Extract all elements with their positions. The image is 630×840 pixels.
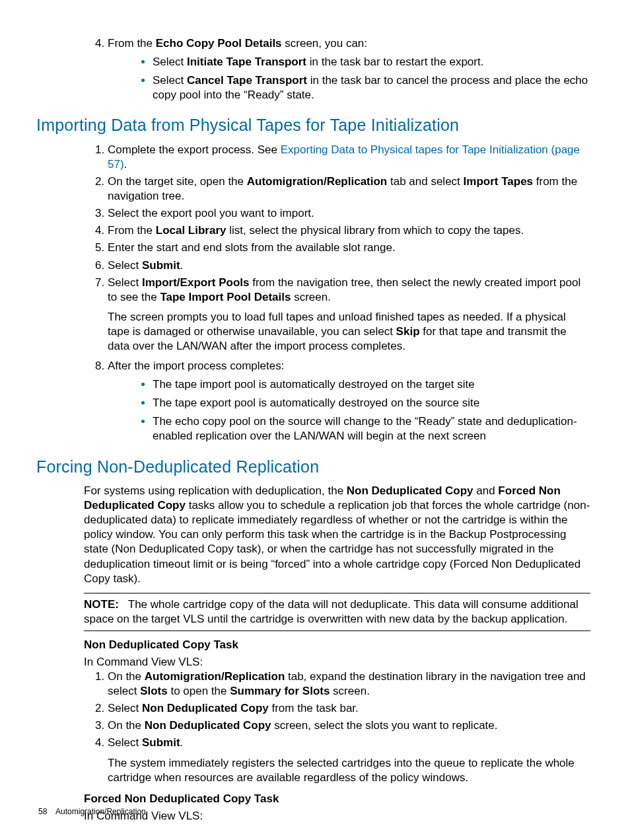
sub-heading-non-dedup: Non Deduplicated Copy Task — [84, 638, 590, 652]
sub-bullets: Select Initiate Tape Transport in the ta… — [108, 55, 590, 102]
bold-text: Initiate Tape Transport — [187, 56, 306, 68]
bold-text: Automigration/Replication — [145, 670, 285, 683]
text: From the — [108, 37, 156, 50]
list-item: After the import process completes: The … — [108, 359, 590, 443]
bold-text: Submit — [142, 259, 180, 272]
bullet-item: The tape export pool is automatically de… — [153, 396, 590, 410]
importing-ordered-list: Complete the export process. See Exporti… — [36, 143, 590, 444]
bold-text: Local Library — [156, 224, 227, 237]
text: Select — [153, 56, 187, 68]
sub-bullets: The tape import pool is automatically de… — [108, 377, 590, 443]
list-item: Select Non Deduplicated Copy from the ta… — [108, 701, 590, 716]
text: list, select the physical library from w… — [227, 224, 524, 237]
bold-text: Tape Import Pool Details — [160, 291, 291, 303]
bold-text: Non Deduplicated Copy — [347, 484, 473, 497]
bold-text: Slots — [140, 685, 168, 697]
text: in the task bar to restart the export. — [306, 56, 483, 68]
text: to open the — [168, 685, 230, 697]
list-item: Select Submit. — [108, 258, 590, 273]
text: . — [180, 736, 184, 749]
bullet-item: The tape import pool is automatically de… — [153, 377, 590, 392]
continued-ordered-list: From the Echo Copy Pool Details screen, … — [36, 36, 590, 102]
text: From the — [108, 224, 156, 237]
text: For systems using replication with dedup… — [84, 484, 347, 497]
non-dedup-ordered-list: On the Automigration/Replication tab, ex… — [36, 669, 590, 785]
bold-text: Import Tapes — [464, 175, 533, 188]
bullet-item: Select Cancel Tape Transport in the task… — [153, 73, 590, 102]
paragraph: The screen prompts you to load full tape… — [108, 310, 590, 354]
list-item: On the target site, open the Automigrati… — [108, 174, 590, 204]
page-footer: 58 Automigration/Replication — [38, 807, 146, 818]
bold-text: Skip — [396, 325, 420, 338]
bullet-item: Select Initiate Tape Transport in the ta… — [153, 55, 590, 69]
list-item: From the Local Library list, select the … — [108, 223, 590, 238]
text: screen. — [291, 291, 330, 303]
list-item-4: From the Echo Copy Pool Details screen, … — [108, 36, 590, 102]
list-item: Select the export pool you want to impor… — [108, 206, 590, 221]
text: Select — [108, 276, 142, 289]
text: screen, select the slots you want to rep… — [271, 719, 498, 732]
bullet-item: The echo copy pool on the source will ch… — [153, 414, 590, 443]
list-item: On the Non Deduplicated Copy screen, sel… — [108, 718, 590, 733]
bold-text: Automigration/Replication — [247, 175, 388, 188]
text: Select — [108, 702, 142, 714]
list-item: Select Import/Export Pools from the navi… — [108, 276, 590, 354]
section-heading-forcing: Forcing Non-Deduplicated Replication — [36, 456, 590, 478]
text: Select — [108, 259, 142, 272]
paragraph: In Command View VLS: — [84, 809, 590, 823]
text: tab and select — [387, 175, 463, 188]
text: Complete the export process. See — [108, 143, 281, 156]
text: Select — [153, 74, 187, 87]
text: On the — [108, 670, 145, 683]
text: screen, you can: — [282, 37, 367, 50]
text: . — [124, 158, 127, 171]
note-label: NOTE: — [84, 598, 119, 611]
text: from the task bar. — [269, 702, 359, 714]
text: tasks allow you to schedule a replicatio… — [84, 499, 590, 584]
text: screen. — [330, 685, 369, 697]
list-item: On the Automigration/Replication tab, ex… — [108, 669, 590, 699]
bold-text: Echo Copy Pool Details — [156, 37, 282, 50]
bold-text: Non Deduplicated Copy — [145, 719, 271, 732]
bold-text: Import/Export Pools — [142, 276, 249, 289]
bold-text: Submit — [142, 736, 180, 749]
page-number: 58 — [38, 807, 47, 816]
bold-text: Summary for Slots — [230, 685, 330, 697]
footer-label: Automigration/Replication — [55, 807, 146, 816]
text: On the target site, open the — [108, 175, 247, 188]
text: After the import process completes: — [108, 360, 284, 372]
note-box: NOTE: The whole cartridge copy of the da… — [84, 593, 590, 631]
bold-text: Non Deduplicated Copy — [142, 702, 269, 714]
paragraph: In Command View VLS: — [84, 655, 590, 669]
list-item: Select Submit. The system immediately re… — [108, 736, 590, 784]
text: Select — [108, 736, 142, 749]
section-heading-importing: Importing Data from Physical Tapes for T… — [36, 114, 590, 136]
list-item: Complete the export process. See Exporti… — [108, 143, 590, 172]
paragraph: For systems using replication with dedup… — [84, 484, 590, 586]
text: On the — [108, 719, 145, 732]
text: . — [180, 259, 184, 272]
text: and — [473, 484, 499, 497]
paragraph: The system immediately registers the sel… — [108, 756, 590, 785]
bold-text: Cancel Tape Transport — [187, 74, 307, 87]
note-text: The whole cartridge copy of the data wil… — [84, 598, 578, 625]
sub-heading-forced-non-dedup: Forced Non Deduplicated Copy Task — [84, 792, 590, 806]
list-item: Enter the start and end slots from the a… — [108, 241, 590, 255]
